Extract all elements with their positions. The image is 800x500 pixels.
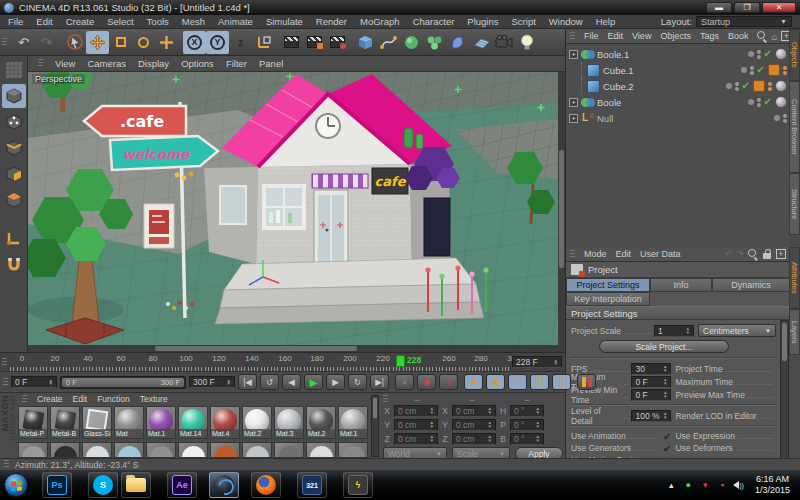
volume-tray-icon[interactable]: )) bbox=[733, 481, 744, 489]
material-mat4[interactable]: Mat.4 bbox=[210, 406, 240, 439]
previous-frame-button[interactable]: ◀ bbox=[282, 374, 301, 390]
om-search-icon[interactable] bbox=[757, 31, 767, 41]
taskbar-clock[interactable]: 6:16 AM 1/3/2015 bbox=[749, 474, 796, 496]
add-generator-button[interactable] bbox=[400, 31, 423, 54]
size-z-field[interactable]: 0 cm▲▼ bbox=[452, 433, 496, 445]
taskbar-winamp[interactable]: ϟ bbox=[343, 472, 373, 498]
visibility-dots[interactable] bbox=[783, 114, 787, 123]
phong-tag-icon[interactable] bbox=[768, 64, 780, 76]
undo-button[interactable]: ↶ bbox=[12, 31, 35, 54]
visibility-dots[interactable] bbox=[757, 50, 761, 59]
play-button[interactable]: ▶ bbox=[304, 374, 323, 390]
preview-min-field[interactable]: 0 F▲▼ bbox=[631, 389, 671, 401]
edges-mode-button[interactable] bbox=[2, 136, 26, 160]
keyframe-selection-button[interactable]: ? bbox=[439, 374, 458, 390]
keyframe-presets-button[interactable] bbox=[577, 374, 596, 390]
tree-row-boole[interactable]: + Boole ✔ bbox=[566, 94, 790, 110]
add-environment-button[interactable] bbox=[469, 31, 492, 54]
add-camera-button[interactable] bbox=[492, 31, 515, 54]
om-menu-bookmarks[interactable]: Book bbox=[728, 31, 749, 41]
viewport-vertical-scrollbar[interactable] bbox=[558, 72, 565, 352]
material-tile[interactable] bbox=[178, 442, 208, 458]
material-tile[interactable] bbox=[242, 442, 272, 458]
menu-simulate[interactable]: Simulate bbox=[266, 16, 303, 27]
use-animation-checkbox[interactable]: ✔ bbox=[663, 431, 671, 442]
usb-tray-icon[interactable]: ▾ bbox=[699, 480, 711, 490]
media-tray-icon[interactable]: ▪ bbox=[716, 480, 728, 490]
pos-y-field[interactable]: 0 cm▲▼ bbox=[394, 419, 438, 431]
enabled-check-icon[interactable]: ✔ bbox=[764, 49, 772, 59]
make-editable-button[interactable] bbox=[2, 58, 26, 82]
am-back-icon[interactable]: ↶ bbox=[725, 249, 733, 259]
record-rotation-toggle[interactable]: ○ bbox=[508, 374, 527, 390]
render-view-button[interactable] bbox=[280, 31, 303, 54]
side-tab-attributes[interactable]: Attributes bbox=[789, 247, 800, 309]
menu-character[interactable]: Character bbox=[413, 16, 455, 27]
am-menu-edit[interactable]: Edit bbox=[616, 249, 632, 259]
camera-label[interactable]: Perspective bbox=[32, 74, 85, 84]
material-tile[interactable] bbox=[82, 442, 112, 458]
side-tab-layers[interactable]: Layers bbox=[789, 309, 800, 355]
mat-menu-function[interactable]: Function bbox=[97, 394, 130, 404]
viewport-canvas[interactable]: Perspective bbox=[28, 72, 565, 352]
enabled-check-icon[interactable]: ✔ bbox=[742, 81, 750, 91]
menu-create[interactable]: Create bbox=[66, 16, 95, 27]
project-scale-field[interactable]: 1▲▼ bbox=[654, 325, 694, 337]
maximize-button[interactable]: ❐ bbox=[734, 2, 760, 13]
antivirus-tray-icon[interactable]: ● bbox=[682, 480, 694, 490]
pos-x-field[interactable]: 0 cm▲▼ bbox=[394, 405, 438, 417]
layer-dot[interactable] bbox=[741, 67, 747, 73]
taskbar-cinema4d[interactable] bbox=[209, 472, 239, 498]
vp-menu-panel[interactable]: Panel bbox=[259, 58, 283, 69]
record-pla-toggle[interactable]: ⣿ bbox=[552, 374, 571, 390]
add-mograph-button[interactable] bbox=[423, 31, 446, 54]
goto-start-button[interactable]: |◀ bbox=[238, 374, 257, 390]
current-frame-field[interactable]: 228 F▲▼ bbox=[512, 356, 562, 368]
material-tile[interactable] bbox=[306, 442, 336, 458]
record-button[interactable]: ● bbox=[395, 374, 414, 390]
material-scrollbar[interactable] bbox=[371, 395, 379, 457]
vp-menu-options[interactable]: Options bbox=[181, 58, 214, 69]
lock-z-button[interactable]: z bbox=[229, 31, 252, 54]
size-y-field[interactable]: 0 cm▲▼ bbox=[452, 419, 496, 431]
coordinate-system-button[interactable] bbox=[252, 31, 275, 54]
autokeying-button[interactable]: ◉ bbox=[417, 374, 436, 390]
layer-dot[interactable] bbox=[748, 99, 754, 105]
end-frame-field[interactable]: 300 F▲▼ bbox=[189, 376, 235, 388]
coords-grip[interactable] bbox=[383, 395, 388, 404]
taskbar-firefox[interactable] bbox=[251, 472, 281, 498]
tray-expand-icon[interactable]: ▴ bbox=[665, 480, 677, 490]
last-tool-button[interactable] bbox=[155, 31, 178, 54]
am-add-icon[interactable]: + bbox=[776, 249, 786, 259]
menu-file[interactable]: File bbox=[8, 16, 23, 27]
rot-p-field[interactable]: 0 °▲▼ bbox=[510, 419, 544, 431]
material-tile[interactable] bbox=[146, 442, 176, 458]
polygons-mode-button[interactable] bbox=[2, 162, 26, 186]
material-mat2[interactable]: Mat.2 bbox=[242, 406, 272, 439]
size-x-field[interactable]: 0 cm▲▼ bbox=[452, 405, 496, 417]
transport-grip[interactable] bbox=[3, 378, 8, 387]
viewport-grip[interactable] bbox=[38, 59, 43, 68]
taskbar-after-effects[interactable]: Ae bbox=[167, 472, 197, 498]
tab-dynamics[interactable]: Dynamics bbox=[712, 278, 790, 292]
texture-tag-icon[interactable] bbox=[775, 80, 787, 92]
tag-dots[interactable] bbox=[768, 82, 772, 91]
add-primitive-button[interactable] bbox=[354, 31, 377, 54]
om-home-icon[interactable]: ⌂ bbox=[771, 31, 777, 42]
expander-icon[interactable]: + bbox=[569, 98, 578, 107]
preview-range-slider[interactable]: 0 F300 F bbox=[60, 376, 186, 389]
menu-plugins[interactable]: Plugins bbox=[467, 16, 498, 27]
material-metal-p[interactable]: Metal-P bbox=[18, 406, 48, 439]
am-menu-mode[interactable]: Mode bbox=[584, 249, 607, 259]
am-lock-icon[interactable] bbox=[762, 249, 772, 259]
texture-mode-button[interactable] bbox=[2, 188, 26, 212]
mat-menu-edit[interactable]: Edit bbox=[73, 394, 88, 404]
am-search-icon[interactable] bbox=[748, 249, 758, 259]
redo-button[interactable]: ↷ bbox=[35, 31, 58, 54]
snap-button[interactable] bbox=[2, 252, 26, 276]
object-name[interactable]: Boole.1 bbox=[597, 49, 629, 60]
vp-menu-filter[interactable]: Filter bbox=[226, 58, 247, 69]
start-button[interactable] bbox=[4, 473, 28, 497]
layer-dot[interactable] bbox=[726, 83, 732, 89]
move-tool-button[interactable] bbox=[86, 31, 109, 54]
